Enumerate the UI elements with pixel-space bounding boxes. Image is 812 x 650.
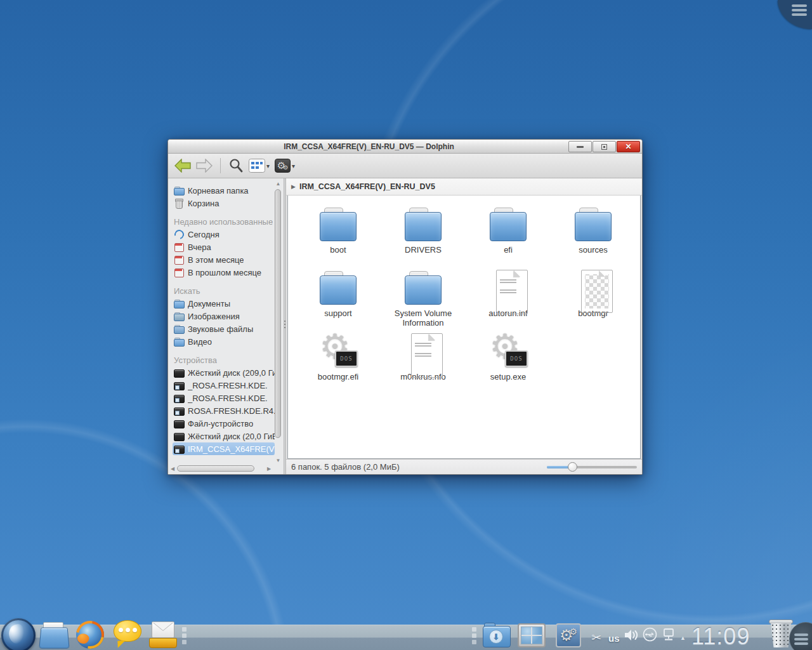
sidebar-item-last-month[interactable]: В прошлом месяце — [173, 266, 275, 279]
sidebar-item-trash[interactable]: Корзина — [173, 197, 275, 209]
settings-menu-button[interactable]: ⚙⚙ ▾ — [275, 159, 295, 173]
file-item-m0nkrus-nfo[interactable]: m0nkrus.nfo — [381, 331, 466, 395]
sidebar-item-rosa-fresh-1[interactable]: _ROSA.FRESH.KDE. — [173, 379, 275, 392]
sidebar-item-label: _ROSA.FRESH.KDE. — [188, 381, 268, 390]
volume-icon[interactable] — [624, 629, 639, 644]
pager-window-icon — [518, 623, 546, 647]
firefox-icon — [76, 621, 104, 649]
slider-knob[interactable] — [568, 462, 577, 472]
breadcrumb[interactable]: IRM_CCSA_X64FRE(V)_EN-RU_DV5 — [299, 182, 435, 191]
file-item-system-volume-information[interactable]: System Volume Information — [381, 268, 466, 331]
downloads-folder-tray-icon[interactable]: ⬇ — [482, 622, 510, 649]
minimize-button[interactable] — [568, 141, 592, 152]
file-item-bootmgr-efi[interactable]: bootmgr.efi — [296, 331, 381, 395]
scroll-left-icon[interactable]: ◀ — [169, 465, 176, 473]
places-list: Корневая папка Корзина Недавно использов… — [168, 178, 275, 465]
sidebar-vertical-scrollbar[interactable]: ▲ ▼ — [274, 181, 282, 464]
panel-splitter[interactable] — [284, 178, 286, 474]
clock[interactable]: 11:09 — [691, 623, 750, 650]
scrollbar-thumb[interactable] — [177, 465, 254, 472]
back-arrow-icon — [174, 159, 191, 173]
close-icon: ✕ — [625, 143, 631, 150]
sidebar-item-video[interactable]: Видео — [173, 335, 275, 348]
sidebar-item-label: _ROSA.FRESH.KDE. — [188, 394, 268, 403]
sidebar-item-rosa-fresh-r4[interactable]: ROSA.FRESH.KDE.R4.i586 — [173, 404, 275, 417]
window-title: IRM_CCSA_X64FRE(V)_EN-RU_DV5 — Dolphin — [168, 142, 565, 151]
sidebar-item-label: В прошлом месяце — [188, 268, 261, 277]
firefox-launcher[interactable] — [76, 621, 105, 649]
sidebar-item-audio[interactable]: Звуковые файлы — [173, 322, 275, 335]
sidebar-item-label: Жёсткий диск (20,0 ГиБ) — [188, 432, 275, 441]
search-button[interactable] — [228, 158, 244, 173]
toolbar-separator — [220, 158, 221, 173]
panel-spacer-handle[interactable] — [182, 627, 187, 646]
klipper-scissors-icon[interactable]: ✂ — [591, 630, 601, 645]
messenger-launcher[interactable] — [113, 620, 142, 647]
sidebar-item-documents[interactable]: Документы — [173, 297, 275, 310]
sidebar-section-search: Искать — [173, 284, 275, 297]
back-button[interactable] — [174, 159, 191, 173]
folder-icon — [402, 204, 444, 244]
file-label: setup.exe — [490, 372, 526, 381]
mail-icon — [148, 621, 178, 647]
panel-spacer-handle[interactable] — [472, 627, 477, 646]
usb-device-icon[interactable] — [643, 627, 657, 644]
file-item-support[interactable]: support — [296, 268, 381, 331]
file-item-autorun-inf[interactable]: autorun.inf — [466, 268, 551, 331]
file-view[interactable]: boot DRIVERS efi sources support — [287, 196, 641, 459]
sidebar-item-today[interactable]: Сегодня — [173, 228, 275, 241]
sidebar-item-rosa-fresh-2[interactable]: _ROSA.FRESH.KDE. — [173, 392, 275, 404]
plasma-toolbox-icon[interactable] — [778, 0, 812, 29]
disc-image-icon — [174, 380, 184, 390]
close-button[interactable]: ✕ — [617, 141, 640, 152]
gears-icon: ⚙⚙ — [556, 623, 581, 647]
mail-launcher[interactable] — [148, 621, 178, 649]
disc-image-icon — [174, 444, 184, 454]
sidebar-item-images[interactable]: Изображения — [173, 310, 275, 322]
folder-audio-icon — [174, 324, 184, 334]
system-settings-tray-icon[interactable]: ⚙⚙ — [554, 622, 582, 649]
sidebar-item-harddisk-209[interactable]: Жёсткий диск (209,0 ГиБ) — [173, 366, 275, 379]
file-item-drivers[interactable]: DRIVERS — [381, 204, 466, 268]
forward-button[interactable] — [196, 159, 213, 173]
scroll-right-icon[interactable]: ▶ — [266, 465, 272, 473]
scroll-down-icon[interactable]: ▼ — [274, 458, 282, 464]
file-label: boot — [330, 245, 346, 255]
folder-video-icon — [174, 336, 184, 347]
sidebar-item-this-month[interactable]: В этом месяце — [173, 253, 275, 266]
sidebar-item-yesterday[interactable]: Вчера — [173, 241, 275, 253]
section-header-label: Искать — [174, 286, 200, 296]
sidebar-item-root-folder[interactable]: Корневая папка — [173, 184, 275, 197]
executable-gear-icon — [487, 331, 529, 371]
scroll-up-icon[interactable]: ▲ — [274, 181, 282, 187]
file-item-efi[interactable]: efi — [466, 204, 551, 268]
view-column: ▶ IRM_CCSA_X64FRE(V)_EN-RU_DV5 boot DRIV… — [286, 178, 642, 474]
file-item-boot[interactable]: boot — [296, 204, 381, 268]
file-item-bootmgr[interactable]: bootmgr — [551, 268, 636, 331]
toolbox-bars-icon — [792, 4, 807, 18]
harddisk-icon — [174, 431, 184, 441]
breadcrumb-bar[interactable]: ▶ IRM_CCSA_X64FRE(V)_EN-RU_DV5 — [286, 178, 642, 196]
zoom-slider[interactable] — [547, 462, 637, 472]
maximize-button[interactable] — [593, 141, 616, 152]
file-label: efi — [504, 245, 513, 255]
file-item-sources[interactable]: sources — [551, 204, 636, 268]
forward-arrow-icon — [196, 159, 213, 173]
sidebar-item-file-device[interactable]: Файл-устройство — [173, 417, 275, 430]
expand-tray-arrow-icon[interactable]: ▲ — [680, 635, 686, 641]
sidebar-item-irm-ccsa[interactable]: IRM_CCSA_X64FRE(V)_EN-RU_DV5 — [173, 442, 275, 455]
folder-icon — [174, 185, 184, 196]
network-monitor-icon[interactable] — [662, 628, 676, 644]
sidebar-horizontal-scrollbar[interactable]: ◀ ▶ — [169, 465, 282, 473]
file-manager-launcher[interactable] — [39, 621, 69, 649]
sidebar-item-harddisk-20[interactable]: Жёсткий диск (20,0 ГиБ) — [173, 430, 275, 442]
view-mode-button[interactable]: ▾ — [249, 159, 270, 173]
desktop-pager-tray-icon[interactable] — [518, 622, 546, 649]
titlebar[interactable]: IRM_CCSA_X64FRE(V)_EN-RU_DV5 — Dolphin ✕ — [168, 140, 642, 154]
file-item-setup-exe[interactable]: setup.exe — [466, 331, 551, 395]
app-launcher-button[interactable] — [1, 618, 36, 650]
sidebar-item-label: Файл-устройство — [188, 419, 253, 428]
keyboard-layout-indicator[interactable]: us — [608, 633, 620, 644]
scrollbar-thumb[interactable] — [275, 189, 281, 438]
sidebar-item-label: Вчера — [188, 242, 211, 252]
